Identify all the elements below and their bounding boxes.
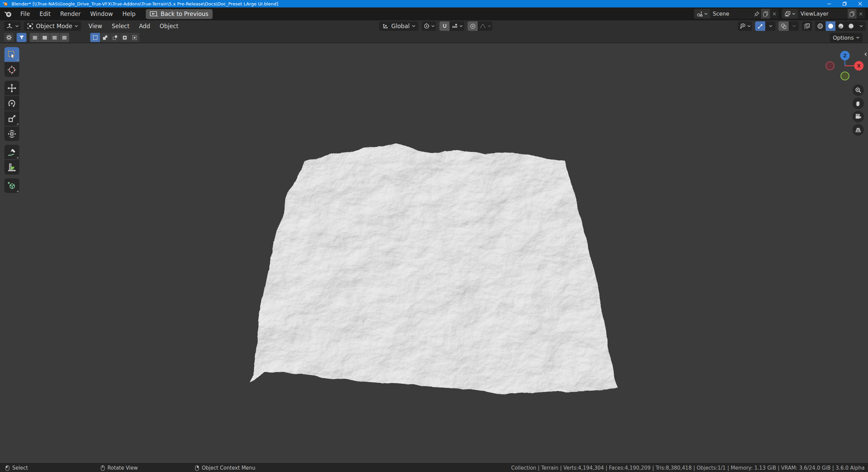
delete-scene-button[interactable] xyxy=(770,9,779,19)
chevron-down-icon xyxy=(412,25,415,27)
new-scene-button[interactable] xyxy=(761,9,770,19)
tool-cursor[interactable] xyxy=(4,62,19,77)
mode-bars-3-button[interactable] xyxy=(50,33,59,42)
delete-viewlayer-button[interactable] xyxy=(856,9,865,19)
axis-neg-x-ball[interactable] xyxy=(826,62,834,70)
hint-select: Select xyxy=(5,464,28,472)
filter-button[interactable] xyxy=(17,33,26,42)
toggle-xray-button[interactable] xyxy=(802,21,812,31)
editor-3d-viewport-icon xyxy=(6,23,13,29)
chevron-down-icon xyxy=(488,25,491,27)
sidebar-collapse-tab[interactable] xyxy=(863,50,868,59)
tool-transform[interactable] xyxy=(4,126,19,141)
close-icon xyxy=(858,11,864,17)
proportional-circle-icon xyxy=(470,23,476,29)
visibility-button[interactable] xyxy=(738,21,752,31)
chevron-down-icon xyxy=(15,25,19,27)
scene-browse-button[interactable] xyxy=(694,9,710,19)
navigation-gizmo[interactable]: Z X xyxy=(823,46,867,84)
axis-neg-y-ball[interactable] xyxy=(841,72,849,80)
proportional-edit-toggle[interactable] xyxy=(468,21,478,31)
tool-select-box[interactable] xyxy=(4,47,19,62)
camera-icon xyxy=(855,113,862,120)
menu-window[interactable]: Window xyxy=(85,9,118,19)
viewport-header: Object Mode View Select Add Object Globa… xyxy=(0,20,868,43)
3d-viewport[interactable]: Z X xyxy=(0,43,868,463)
proportional-falloff-button[interactable] xyxy=(478,21,492,31)
menu-select[interactable]: Select xyxy=(107,23,134,29)
camera-view-button[interactable] xyxy=(852,111,864,122)
menu-render[interactable]: Render xyxy=(55,9,85,19)
mode-selector[interactable]: Object Mode xyxy=(24,21,81,31)
solid-shading-icon xyxy=(827,23,834,29)
show-overlays-toggle[interactable] xyxy=(778,21,789,31)
tool-rotate[interactable] xyxy=(4,96,19,111)
tool-add-cube[interactable] xyxy=(4,178,19,193)
zoom-button[interactable] xyxy=(852,84,864,96)
perspective-toggle-button[interactable] xyxy=(852,124,864,136)
scene-statistics: Collection | Terrain | Verts:4,194,304 |… xyxy=(511,464,865,472)
pivot-point-button[interactable] xyxy=(422,21,436,31)
options-dropdown[interactable]: Options xyxy=(830,33,863,42)
display-options-cluster xyxy=(738,21,866,31)
menu-edit[interactable]: Edit xyxy=(35,9,55,19)
scene-name[interactable]: Scene xyxy=(710,11,752,17)
pin-scene-button[interactable] xyxy=(752,9,761,19)
close-button[interactable] xyxy=(852,0,868,7)
gizmo-settings-button[interactable] xyxy=(765,21,775,31)
menu-object[interactable]: Object xyxy=(155,23,183,29)
add-cube-icon xyxy=(7,181,17,191)
overlays-group xyxy=(778,21,799,31)
funnel-icon xyxy=(19,35,25,41)
viewlayer-name[interactable]: ViewLayer xyxy=(798,11,848,17)
menu-view[interactable]: View xyxy=(84,23,107,29)
mode-bars-1-button[interactable] xyxy=(30,33,40,42)
xray-icon xyxy=(804,23,810,29)
select-box-icon xyxy=(7,50,17,59)
tool-scale[interactable] xyxy=(4,111,19,126)
restore-button[interactable] xyxy=(837,0,852,7)
tool-measure[interactable] xyxy=(4,160,19,175)
terrain-mesh[interactable] xyxy=(0,43,868,463)
new-viewlayer-button[interactable] xyxy=(848,9,856,19)
viewport-nav-controls xyxy=(852,84,864,136)
menu-file[interactable]: File xyxy=(16,9,35,19)
viewlayer-browse-button[interactable] xyxy=(782,9,798,19)
proportional-edit-group xyxy=(468,21,492,31)
shading-settings-button[interactable] xyxy=(856,21,866,31)
mode-bars-4-button[interactable] xyxy=(59,33,69,42)
select-subtract-button[interactable] xyxy=(110,33,120,42)
tool-annotate[interactable] xyxy=(4,145,19,159)
minimize-button[interactable] xyxy=(821,0,837,7)
select-invert-button[interactable] xyxy=(120,33,130,42)
viewport-header-row: Object Mode View Select Add Object Globa… xyxy=(0,20,868,32)
blender-menu-icon[interactable] xyxy=(4,10,12,18)
mode-bars-2-button[interactable] xyxy=(40,33,50,42)
show-gizmo-toggle[interactable] xyxy=(755,21,765,31)
snap-settings-button[interactable] xyxy=(450,21,464,31)
axis-x-ball[interactable]: X xyxy=(854,61,864,71)
shading-group xyxy=(815,21,866,31)
shading-material-button[interactable] xyxy=(835,21,846,31)
tool-move[interactable] xyxy=(4,81,19,95)
top-menu-bar: File Edit Render Window Help Back to Pre… xyxy=(0,7,868,20)
transform-orientation-dropdown[interactable]: Global xyxy=(379,21,418,31)
back-to-previous-button[interactable]: Back to Previous xyxy=(146,9,213,19)
select-set-button[interactable] xyxy=(90,33,100,42)
editor-type-selector[interactable] xyxy=(4,21,21,31)
axis-z-ball[interactable]: Z xyxy=(840,51,850,60)
menu-add[interactable]: Add xyxy=(134,23,155,29)
mouse-right-icon xyxy=(195,465,199,471)
magnifier-icon xyxy=(855,87,862,94)
select-intersect-button[interactable] xyxy=(130,33,139,42)
chevron-down-icon xyxy=(459,25,463,27)
shading-wireframe-button[interactable] xyxy=(815,21,825,31)
menu-help[interactable]: Help xyxy=(118,9,140,19)
shading-solid-button[interactable] xyxy=(825,21,835,31)
shading-rendered-button[interactable] xyxy=(846,21,856,31)
snap-toggle-button[interactable] xyxy=(439,21,450,31)
select-extend-button[interactable] xyxy=(100,33,110,42)
pan-button[interactable] xyxy=(852,98,864,109)
overlays-settings-button[interactable] xyxy=(789,21,799,31)
tool-settings-button[interactable] xyxy=(4,33,14,42)
